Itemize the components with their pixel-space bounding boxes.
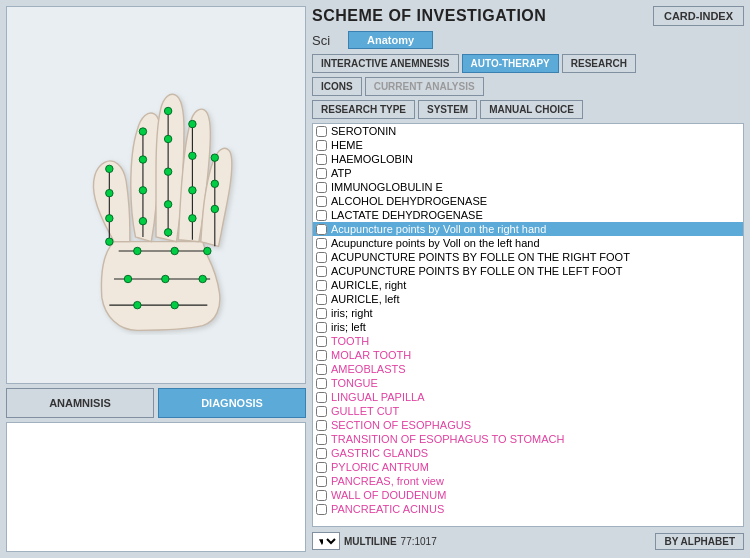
list-item[interactable]: PANCREATIC ACINUS <box>313 502 743 516</box>
svg-point-34 <box>134 301 141 308</box>
research-button[interactable]: RESEARCH <box>562 54 636 73</box>
list-item[interactable]: PANCREAS, front view <box>313 474 743 488</box>
list-item[interactable]: TRANSITION OF ESOPHAGUS TO STOMACH <box>313 432 743 446</box>
list-item[interactable]: SECTION OF ESOPHAGUS <box>313 418 743 432</box>
list-item-text: Acupuncture points by Voll on the right … <box>331 223 546 235</box>
list-item[interactable]: WALL OF DOUDENUM <box>313 488 743 502</box>
list-item[interactable]: AMEOBLASTS <box>313 362 743 376</box>
list-item[interactable]: iris; right <box>313 306 743 320</box>
page-dropdown[interactable]: ▼ <box>312 532 340 550</box>
list-item-checkbox[interactable] <box>316 294 327 305</box>
left-panel: ANAMNISIS DIAGNOSIS <box>6 6 306 552</box>
card-index-button[interactable]: CARD-INDEX <box>653 6 744 26</box>
list-item[interactable]: LACTATE DEHYDROGENASE <box>313 208 743 222</box>
list-item-text: TONGUE <box>331 377 378 389</box>
list-item-text: GULLET CUT <box>331 405 399 417</box>
sci-label: Sci <box>312 33 342 48</box>
list-item[interactable]: PYLORIC ANTRUM <box>313 460 743 474</box>
list-item[interactable]: GASTRIC GLANDS <box>313 446 743 460</box>
manual-choice-button[interactable]: MANUAL CHOICE <box>480 100 583 119</box>
toolbar-row-2: ICONS CURRENT ANALYSIS <box>312 77 744 96</box>
list-item[interactable]: HEME <box>313 138 743 152</box>
list-item-checkbox[interactable] <box>316 224 327 235</box>
list-item-checkbox[interactable] <box>316 392 327 403</box>
list-item[interactable]: TONGUE <box>313 376 743 390</box>
list-item-checkbox[interactable] <box>316 406 327 417</box>
list-item-checkbox[interactable] <box>316 126 327 137</box>
list-item[interactable]: IMMUNOGLOBULIN E <box>313 180 743 194</box>
list-item[interactable]: Acupuncture points by Voll on the right … <box>313 222 743 236</box>
list-item[interactable]: iris; left <box>313 320 743 334</box>
list-item-checkbox[interactable] <box>316 154 327 165</box>
current-analysis-button[interactable]: CURRENT ANALYSIS <box>365 77 484 96</box>
list-item-checkbox[interactable] <box>316 266 327 277</box>
list-item[interactable]: ALCOHOL DEHYDROGENASE <box>313 194 743 208</box>
list-item-text: PANCREAS, front view <box>331 475 444 487</box>
anatomy-button[interactable]: Anatomy <box>348 31 433 49</box>
list-item-checkbox[interactable] <box>316 252 327 263</box>
list-item-checkbox[interactable] <box>316 378 327 389</box>
notes-area <box>6 422 306 552</box>
list-item-text: ACUPUNCTURE POINTS BY FOLLE ON THE LEFT … <box>331 265 623 277</box>
bottom-buttons: ANAMNISIS DIAGNOSIS <box>6 388 306 418</box>
hand-image-area <box>6 6 306 384</box>
list-item-checkbox[interactable] <box>316 238 327 249</box>
svg-point-22 <box>189 152 196 159</box>
list-item-checkbox[interactable] <box>316 140 327 151</box>
diagnosis-button[interactable]: DIAGNOSIS <box>158 388 306 418</box>
list-item[interactable]: SEROTONIN <box>313 124 743 138</box>
svg-point-21 <box>189 120 196 127</box>
list-item-checkbox[interactable] <box>316 322 327 333</box>
research-type-button[interactable]: RESEARCH TYPE <box>312 100 415 119</box>
list-item[interactable]: HAEMOGLOBIN <box>313 152 743 166</box>
svg-point-10 <box>106 215 113 222</box>
list-item[interactable]: GULLET CUT <box>313 404 743 418</box>
system-button[interactable]: SYSTEM <box>418 100 477 119</box>
list-item-text: IMMUNOGLOBULIN E <box>331 181 443 193</box>
list-item-checkbox[interactable] <box>316 280 327 291</box>
svg-point-17 <box>164 135 171 142</box>
list-item-checkbox[interactable] <box>316 210 327 221</box>
list-item[interactable]: ATP <box>313 166 743 180</box>
list-item[interactable]: LINGUAL PAPILLA <box>313 390 743 404</box>
list-item-checkbox[interactable] <box>316 434 327 445</box>
list-item-checkbox[interactable] <box>316 476 327 487</box>
list-item-checkbox[interactable] <box>316 196 327 207</box>
list-item-text: WALL OF DOUDENUM <box>331 489 446 501</box>
list-item[interactable]: AURICLE, right <box>313 278 743 292</box>
svg-point-18 <box>164 168 171 175</box>
list-item-checkbox[interactable] <box>316 308 327 319</box>
list-item[interactable]: ACUPUNCTURE POINTS BY FOLLE ON THE LEFT … <box>313 264 743 278</box>
auto-therapy-button[interactable]: AUTO-THERAPY <box>462 54 559 73</box>
list-item-checkbox[interactable] <box>316 182 327 193</box>
list-item-checkbox[interactable] <box>316 448 327 459</box>
list-item-checkbox[interactable] <box>316 336 327 347</box>
svg-point-14 <box>139 187 146 194</box>
list-item-checkbox[interactable] <box>316 364 327 375</box>
svg-point-8 <box>106 165 113 172</box>
list-item-checkbox[interactable] <box>316 168 327 179</box>
list-item-checkbox[interactable] <box>316 420 327 431</box>
list-item-text: iris; right <box>331 307 373 319</box>
list-item[interactable]: TOOTH <box>313 334 743 348</box>
scheme-title: SCHEME OF INVESTIGATION <box>312 7 546 25</box>
by-alphabet-button[interactable]: BY ALPHABET <box>655 533 744 550</box>
icons-button[interactable]: ICONS <box>312 77 362 96</box>
multiline-label: MULTILINE <box>344 536 397 547</box>
anamnisis-button[interactable]: ANAMNISIS <box>6 388 154 418</box>
list-item[interactable]: ACUPUNCTURE POINTS BY FOLLE ON THE RIGHT… <box>313 250 743 264</box>
items-list[interactable]: SEROTONINHEMEHAEMOGLOBINATPIMMUNOGLOBULI… <box>312 123 744 527</box>
list-item-checkbox[interactable] <box>316 504 327 515</box>
list-item[interactable]: Acupuncture points by Voll on the left h… <box>313 236 743 250</box>
list-item[interactable]: AURICLE, left <box>313 292 743 306</box>
svg-point-9 <box>106 189 113 196</box>
interactive-anemnesis-button[interactable]: INTERACTIVE ANEMNESIS <box>312 54 459 73</box>
list-item[interactable]: MOLAR TOOTH <box>313 348 743 362</box>
svg-point-31 <box>124 275 131 282</box>
toolbar-row-1: INTERACTIVE ANEMNESIS AUTO-THERAPY RESEA… <box>312 54 744 73</box>
list-item-checkbox[interactable] <box>316 350 327 361</box>
list-item-checkbox[interactable] <box>316 462 327 473</box>
list-item-checkbox[interactable] <box>316 490 327 501</box>
list-item-text: SEROTONIN <box>331 125 396 137</box>
svg-point-35 <box>171 301 178 308</box>
